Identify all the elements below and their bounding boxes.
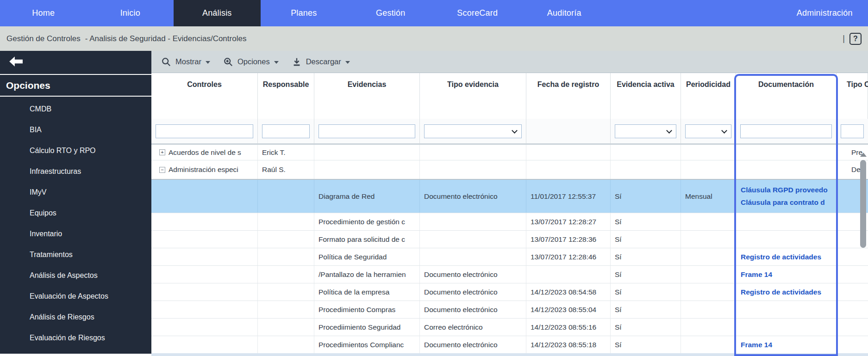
back-arrow-icon: [8, 56, 23, 69]
collapse-icon[interactable]: −: [159, 167, 165, 173]
table-row[interactable]: Política de Seguridad 13/07/2017 12:28:4…: [151, 248, 868, 266]
zoom-in-icon: [223, 57, 233, 67]
chevron-down-icon: [512, 128, 518, 134]
tab-inicio[interactable]: Inicio: [87, 0, 174, 26]
sidebar-item-analisis-aspectos[interactable]: Análisis de Aspectos: [0, 265, 151, 286]
main-content: Mostrar Opciones Descargar Controles Res…: [151, 51, 868, 356]
chevron-down-icon: [666, 128, 672, 134]
top-nav: Home Inicio Análisis Planes Gestión Scor…: [0, 0, 868, 26]
doc-link[interactable]: Registro de actividades: [741, 253, 821, 261]
table-row[interactable]: +Acuerdos de nivel de s Erick T. Pre: [151, 145, 868, 160]
sidebar-item-cmdb[interactable]: CMDB: [0, 98, 151, 119]
breadcrumb-section: Gestión de Controles: [6, 34, 81, 43]
grid-toolbar: Mostrar Opciones Descargar: [151, 51, 868, 73]
back-button[interactable]: [0, 51, 151, 74]
filter-tipo-control-input[interactable]: [841, 124, 864, 138]
col-header-tipo-evidencia[interactable]: Tipo evidencia: [420, 73, 526, 119]
help-icon[interactable]: ?: [849, 33, 862, 45]
filter-responsable-input[interactable]: [262, 124, 310, 138]
tab-home[interactable]: Home: [0, 0, 87, 26]
show-button[interactable]: Mostrar: [161, 57, 210, 67]
download-button[interactable]: Descargar: [292, 57, 350, 67]
options-button[interactable]: Opciones: [223, 57, 279, 67]
table-row[interactable]: Política de la empresa Documento electró…: [151, 283, 868, 301]
col-header-evidencia-activa[interactable]: Evidencia activa: [611, 73, 681, 119]
tab-administracion[interactable]: Administración: [781, 0, 868, 26]
doc-link[interactable]: Frame 14: [741, 341, 772, 349]
breadcrumb-bar: Gestión de Controles - Analisis de Segur…: [0, 26, 868, 51]
chevron-down-icon: [721, 128, 727, 134]
col-header-tipo-control[interactable]: Tipo C: [837, 73, 868, 119]
doc-link[interactable]: Registro de actividades: [741, 288, 821, 296]
sidebar: Opciones CMDB BIA Cálculo RTO y RPO Infr…: [0, 51, 151, 354]
download-icon: [292, 57, 302, 67]
chevron-down-icon: [206, 61, 210, 64]
table-row[interactable]: Formato para solicitud de c 13/07/2017 1…: [151, 231, 868, 248]
table-row[interactable]: Procedimiento Compras Documento electrón…: [151, 301, 868, 319]
doc-link[interactable]: Cláusula para contrato d: [741, 198, 825, 207]
table-body: +Acuerdos de nivel de s Erick T. Pre −Ad…: [151, 144, 868, 354]
table-row[interactable]: Procediimiento Seguridad Correo electrón…: [151, 319, 868, 336]
scrollbar-thumb[interactable]: [860, 160, 866, 248]
sidebar-item-evaluacion-riesgos[interactable]: Evaluación de Riesgos: [0, 327, 151, 348]
tab-gestion[interactable]: Gestión: [347, 0, 434, 26]
scrollbar-up-arrow[interactable]: [860, 153, 867, 157]
expand-icon[interactable]: +: [159, 149, 165, 155]
table-row[interactable]: /Pantallazo de la herramien Documento el…: [151, 266, 868, 283]
sidebar-item-calculo-rto-rpo[interactable]: Cálculo RTO y RPO: [0, 140, 151, 161]
filter-evidencia-activa-select[interactable]: [615, 124, 676, 138]
col-header-fecha-registro[interactable]: Fecha de registro: [526, 73, 611, 119]
sidebar-item-inventario[interactable]: Inventario: [0, 223, 151, 244]
sidebar-item-imyv[interactable]: IMyV: [0, 182, 151, 203]
doc-link[interactable]: Frame 14: [741, 270, 772, 279]
chevron-down-icon: [274, 61, 279, 64]
table-row[interactable]: −Administración especi Raúl S. De: [151, 160, 868, 180]
tab-scorecard[interactable]: ScoreCard: [434, 0, 521, 26]
doc-link[interactable]: Cláusula RGPD proveedo: [741, 186, 828, 194]
table-row[interactable]: Procedimiento de gestión c 13/07/2017 12…: [151, 213, 868, 231]
filter-documentacion-input[interactable]: [740, 124, 832, 138]
sidebar-item-tratamientos[interactable]: Tratamientos: [0, 244, 151, 265]
col-header-responsable[interactable]: Responsable: [258, 73, 314, 119]
filter-row: [151, 119, 868, 144]
table-row-selected[interactable]: Diagrama de Red Documento electrónico 11…: [151, 180, 868, 213]
col-header-periodicidad[interactable]: Periodicidad: [681, 73, 736, 119]
search-icon: [161, 57, 171, 67]
table-header-row: Controles Responsable Evidencias Tipo ev…: [151, 73, 868, 119]
sidebar-item-analisis-riesgos[interactable]: Análisis de Riesgos: [0, 307, 151, 327]
divider: |: [843, 34, 845, 43]
filter-tipo-evidencia-select[interactable]: [424, 124, 522, 138]
chevron-down-icon: [345, 61, 350, 64]
filter-periodicidad-select[interactable]: [685, 124, 731, 138]
tab-analisis[interactable]: Análisis: [174, 0, 261, 26]
sidebar-item-equipos[interactable]: Equipos: [0, 203, 151, 223]
sidebar-item-evaluacion-aspectos[interactable]: Evaluación de Aspectos: [0, 286, 151, 307]
col-header-controles[interactable]: Controles: [151, 73, 258, 119]
col-header-evidencias[interactable]: Evidencias: [314, 73, 420, 119]
tab-auditoria[interactable]: Auditoría: [521, 0, 608, 26]
filter-evidencias-input[interactable]: [318, 124, 415, 138]
breadcrumb-path: - Analisis de Seguridad - Evidencias/Con…: [85, 34, 247, 43]
tab-planes[interactable]: Planes: [261, 0, 348, 26]
horizontal-scroll-strip[interactable]: [151, 353, 868, 356]
filter-controles-input[interactable]: [156, 124, 253, 138]
col-header-documentacion[interactable]: Documentación: [736, 73, 837, 119]
sidebar-item-bia[interactable]: BIA: [0, 119, 151, 140]
sidebar-title: Opciones: [0, 75, 151, 96]
sidebar-item-infraestructuras[interactable]: Infraestructuras: [0, 161, 151, 182]
table-row[interactable]: Procedimientos Complianc Documento elect…: [151, 336, 868, 354]
